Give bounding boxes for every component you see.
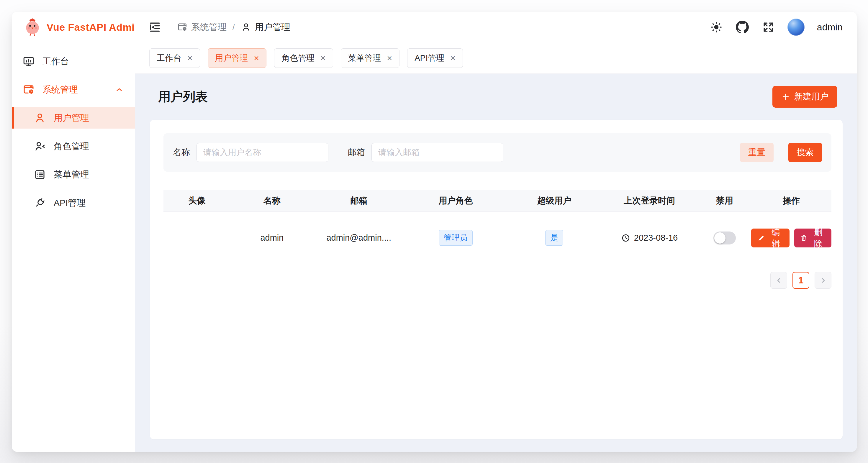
- fullscreen-expand-icon: [762, 21, 775, 34]
- tab-label: 菜单管理: [348, 53, 381, 64]
- sidebar-collapse-button[interactable]: [148, 20, 162, 34]
- disabled-cell: [698, 232, 751, 244]
- name-field: 名称: [173, 143, 329, 162]
- sun-icon: [710, 21, 723, 34]
- breadcrumb-label: 用户管理: [255, 21, 290, 33]
- table-row: admin admin@admin.... 管理员 是: [163, 212, 831, 264]
- sidebar-item-api-management[interactable]: API管理: [12, 192, 135, 213]
- role-user-icon: [34, 140, 46, 153]
- breadcrumb: 系统管理 / 用户管理: [177, 21, 290, 33]
- pagination-next-button[interactable]: [815, 272, 831, 289]
- new-user-button[interactable]: 新建用户: [772, 86, 837, 108]
- system-window-gear-icon: [23, 84, 35, 96]
- main-area: 系统管理 / 用户管理: [135, 12, 857, 452]
- app-window: Vue FastAPI Admin 工作台 系统管理: [12, 12, 857, 452]
- toggle-knob: [714, 232, 725, 243]
- app-logo[interactable]: Vue FastAPI Admin: [12, 12, 135, 42]
- tab-close-icon[interactable]: ×: [320, 54, 326, 63]
- chevron-left-icon: [774, 276, 783, 285]
- sidebar-item-label: 系统管理: [42, 84, 78, 96]
- breadcrumb-label: 系统管理: [191, 21, 226, 33]
- tab-role-management[interactable]: 角色管理 ×: [274, 48, 333, 68]
- tab-bar: 工作台 × 用户管理 × 角色管理 × 菜单管理 × API管理 ×: [135, 42, 857, 74]
- column-header-email: 邮箱: [314, 195, 404, 207]
- last-login-value: 2023-08-16: [634, 233, 678, 243]
- pagination-page-1[interactable]: 1: [793, 272, 809, 289]
- menu-list-icon: [34, 168, 46, 181]
- column-header-avatar: 头像: [163, 195, 230, 207]
- tab-label: API管理: [414, 53, 444, 64]
- sidebar-item-workbench[interactable]: 工作台: [12, 51, 135, 72]
- tab-close-icon[interactable]: ×: [450, 54, 456, 63]
- sidebar-item-system[interactable]: 系统管理: [12, 79, 135, 100]
- actions-cell: 编辑 删除: [751, 229, 831, 247]
- name-field-label: 名称: [173, 146, 190, 158]
- superuser-cell: 是: [507, 230, 601, 245]
- edit-button-label: 编辑: [769, 227, 783, 249]
- breadcrumb-item-users[interactable]: 用户管理: [241, 21, 290, 33]
- tab-close-icon[interactable]: ×: [387, 54, 393, 63]
- sidebar-menu: 工作台 系统管理 用户管: [12, 42, 135, 221]
- user-list-card: 名称 邮箱 重置 搜索 头像 名称 邮箱 用: [150, 120, 843, 439]
- pagination-prev-button[interactable]: [770, 272, 787, 289]
- search-button[interactable]: 搜索: [788, 143, 822, 162]
- top-bar: 系统管理 / 用户管理: [135, 12, 857, 42]
- email-field: 邮箱: [348, 143, 503, 162]
- delete-button-label: 删除: [811, 227, 826, 249]
- breadcrumb-separator: /: [232, 23, 235, 32]
- username-label[interactable]: admin: [817, 22, 843, 33]
- pencil-icon: [758, 234, 765, 242]
- delete-button[interactable]: 删除: [794, 229, 831, 247]
- page-header: 用户列表 新建用户: [135, 74, 857, 120]
- new-user-button-label: 新建用户: [794, 91, 829, 103]
- user-avatar[interactable]: [787, 19, 805, 36]
- breadcrumb-item-system[interactable]: 系统管理: [177, 21, 226, 33]
- tab-api-management[interactable]: API管理 ×: [407, 48, 463, 68]
- search-panel: 名称 邮箱 重置 搜索: [163, 133, 831, 172]
- column-header-name: 名称: [230, 195, 314, 207]
- reset-button[interactable]: 重置: [740, 143, 774, 162]
- collapse-menu-icon: [148, 21, 161, 34]
- email-input[interactable]: [371, 143, 503, 162]
- sidebar-item-user-management[interactable]: 用户管理: [12, 107, 135, 129]
- tab-menu-management[interactable]: 菜单管理 ×: [341, 48, 400, 68]
- top-bar-actions: admin: [710, 19, 843, 36]
- tab-close-icon[interactable]: ×: [187, 54, 193, 63]
- name-input[interactable]: [196, 143, 329, 162]
- tab-workbench[interactable]: 工作台 ×: [149, 48, 200, 68]
- sidebar-item-label: API管理: [54, 197, 86, 209]
- column-header-role: 用户角色: [404, 195, 507, 207]
- sidebar-item-label: 工作台: [42, 56, 69, 68]
- clock-icon: [621, 233, 630, 243]
- column-header-last-login: 上次登录时间: [601, 195, 698, 207]
- disabled-toggle[interactable]: [713, 232, 736, 244]
- last-login-cell: 2023-08-16: [601, 233, 698, 243]
- app-title: Vue FastAPI Admin: [46, 22, 141, 33]
- user-email-cell: admin@admin....: [314, 233, 404, 243]
- column-header-actions: 操作: [751, 195, 831, 207]
- github-button[interactable]: [736, 20, 749, 34]
- tab-label: 工作台: [157, 53, 181, 64]
- users-table: 头像 名称 邮箱 用户角色 超级用户 上次登录时间 禁用 操作 admin ad…: [163, 190, 831, 264]
- theme-toggle-button[interactable]: [710, 20, 723, 34]
- github-icon: [736, 21, 749, 34]
- chevron-right-icon: [819, 276, 828, 285]
- sidebar-item-menu-management[interactable]: 菜单管理: [12, 164, 135, 185]
- chevron-up-icon: [113, 85, 125, 94]
- sidebar-item-label: 用户管理: [54, 112, 89, 124]
- fullscreen-button[interactable]: [762, 20, 775, 34]
- user-icon: [34, 112, 46, 124]
- pagination: 1: [163, 272, 831, 289]
- sidebar: Vue FastAPI Admin 工作台 系统管理: [12, 12, 135, 452]
- edit-button[interactable]: 编辑: [751, 229, 789, 247]
- sidebar-item-role-management[interactable]: 角色管理: [12, 136, 135, 157]
- plus-icon: [781, 92, 790, 101]
- column-header-disabled: 禁用: [698, 195, 751, 207]
- role-tag: 管理员: [439, 230, 473, 245]
- tab-user-management[interactable]: 用户管理 ×: [208, 48, 267, 68]
- user-icon: [241, 22, 251, 32]
- tab-close-icon[interactable]: ×: [254, 54, 259, 63]
- user-name-cell: admin: [230, 233, 314, 243]
- tab-label: 角色管理: [281, 53, 314, 64]
- monitor-icon: [23, 55, 35, 68]
